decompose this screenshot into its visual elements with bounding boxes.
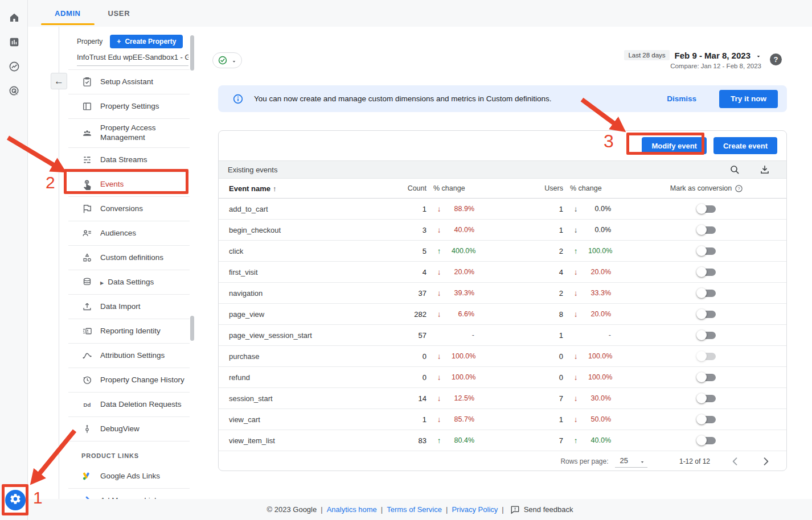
next-page-icon[interactable] — [760, 456, 772, 467]
property-selector[interactable]: InfoTrust Edu wpEE-Sandbox1 - GA4 (2... — [77, 53, 188, 66]
sidebar-item-reporting-identity[interactable]: Reporting Identity — [68, 319, 190, 344]
sidebar-item-debugview[interactable]: DebugView — [68, 417, 190, 441]
sidebar-item-data-deletion-requests[interactable]: DdData Deletion Requests — [68, 393, 190, 417]
date-range-picker[interactable]: Last 28 days Feb 9 - Mar 8, 2023 Compare… — [624, 50, 761, 69]
mark-as-conversion-toggle[interactable] — [696, 329, 717, 341]
sidebar-item-property-settings[interactable]: Property Settings — [68, 94, 190, 119]
mark-as-conversion-toggle[interactable] — [696, 224, 717, 236]
header-users-change[interactable]: % change — [563, 184, 611, 192]
ga4-admin-screen: ADMIN USER ← Property +Create Property I… — [0, 0, 812, 520]
dismiss-button[interactable]: Dismiss — [667, 94, 696, 103]
event-name: navigation — [229, 289, 387, 298]
previous-page-icon[interactable] — [729, 456, 741, 467]
sidebar-item-property-access-management[interactable]: Property Access Management — [68, 119, 190, 148]
rows-per-page-select[interactable]: 25 — [615, 455, 647, 468]
table-body: add_to_cart1↓88.9%1↓0.0%begin_checkout3↓… — [219, 199, 786, 451]
header-count[interactable]: Count — [387, 184, 426, 192]
sidebar-scrollbar-thumb[interactable] — [190, 35, 194, 71]
sidebar-item-google-ads-links[interactable]: Google Ads Links — [68, 464, 190, 489]
table-row: session_start14↓12.5%7↓30.0% — [219, 388, 786, 409]
sort-ascending-icon: ↑ — [273, 184, 277, 193]
gear-icon — [9, 493, 22, 507]
event-users: 1 — [531, 205, 563, 213]
users-change-arrow-icon: ↓ — [563, 394, 588, 403]
help-icon[interactable]: ? — [770, 53, 782, 65]
sidebar-item-setup-assistant[interactable]: Setup Assistant — [68, 70, 190, 94]
users-change-arrow-icon: ↓ — [563, 268, 588, 276]
privacy-policy-link[interactable]: Privacy Policy — [452, 505, 498, 514]
mark-as-conversion-toggle[interactable] — [696, 350, 717, 362]
setup-assistant-icon — [81, 76, 93, 88]
home-icon — [8, 11, 20, 24]
table-row: begin_checkout3↓40.0%1↓0.0% — [219, 220, 786, 241]
send-feedback[interactable]: Send feedback — [524, 505, 573, 514]
download-icon[interactable] — [759, 164, 770, 175]
admin-nav-button[interactable] — [5, 490, 26, 510]
sidebar-item-attribution-settings[interactable]: Attribution Settings — [68, 344, 190, 368]
debugview-icon — [81, 423, 93, 435]
count-change-arrow-icon: ↓ — [426, 268, 452, 276]
table-row: add_to_cart1↓88.9%1↓0.0% — [219, 199, 786, 220]
question-circle-icon[interactable]: ? — [735, 184, 743, 193]
try-it-now-button[interactable]: Try it now — [719, 90, 778, 108]
collapse-account-column-button[interactable]: ← — [51, 73, 67, 89]
terms-of-service-link[interactable]: Terms of Service — [387, 505, 442, 514]
search-icon[interactable] — [729, 164, 740, 175]
sidebar-item-custom-definitions[interactable]: Custom definitions — [68, 246, 190, 270]
mark-as-conversion-toggle[interactable] — [696, 203, 717, 214]
header-event-name[interactable]: Event name↑ — [229, 184, 387, 193]
property-settings-icon — [81, 101, 93, 112]
count-change: 85.7% — [452, 415, 474, 423]
users-change: 40.0% — [588, 436, 611, 444]
mark-as-conversion-toggle[interactable] — [696, 245, 717, 257]
mark-as-conversion-toggle[interactable] — [696, 435, 717, 446]
mark-as-conversion-toggle[interactable] — [696, 287, 717, 299]
collection-status-pill[interactable] — [212, 52, 242, 68]
event-count: 0 — [387, 373, 426, 382]
users-change: 100.0% — [588, 352, 611, 360]
sidebar-item-data-streams[interactable]: Data Streams — [68, 148, 190, 172]
mark-as-conversion-toggle[interactable] — [696, 372, 717, 383]
event-name: session_start — [229, 394, 387, 403]
sidebar-item-conversions[interactable]: Conversions — [68, 197, 190, 221]
sidebar-item-events[interactable]: Events — [68, 172, 190, 197]
sidebar-scrollbar-thumb-lower[interactable] — [190, 316, 194, 341]
table-row: view_cart1↓85.7%1↓50.0% — [219, 409, 786, 430]
rail-home-button[interactable] — [0, 5, 28, 30]
property-access-icon — [81, 127, 93, 139]
date-caret-icon — [756, 52, 761, 58]
custom-definitions-icon — [81, 252, 93, 263]
users-change-arrow-icon: ↓ — [563, 205, 588, 213]
sidebar-item-data-import[interactable]: Data Import — [68, 295, 190, 319]
header-users[interactable]: Users — [531, 184, 563, 192]
tab-admin[interactable]: ADMIN — [41, 0, 95, 27]
event-count: 57 — [387, 331, 426, 340]
rail-advertising-button[interactable] — [0, 79, 28, 103]
count-change-arrow-icon: ↓ — [426, 310, 452, 319]
header-count-change[interactable]: % change — [426, 184, 474, 192]
count-change-arrow-icon: ↓ — [426, 373, 452, 382]
create-event-button[interactable]: Create event — [713, 137, 777, 154]
event-users: 1 — [531, 226, 563, 234]
sidebar-item-audiences[interactable]: Audiences — [68, 221, 190, 246]
mark-as-conversion-toggle[interactable] — [696, 266, 717, 278]
chevron-down-icon — [231, 57, 237, 63]
sidebar-item-property-change-history[interactable]: Property Change History — [68, 368, 190, 393]
rail-reports-button[interactable] — [0, 30, 28, 54]
sidebar-item-ad-manager-links[interactable]: Ad Manager Links — [68, 489, 190, 499]
tab-user[interactable]: USER — [95, 0, 144, 27]
mark-as-conversion-toggle[interactable] — [696, 393, 717, 404]
explore-icon — [8, 60, 20, 73]
create-property-button[interactable]: +Create Property — [110, 35, 183, 48]
mark-as-conversion-toggle[interactable] — [696, 308, 717, 320]
count-change: - — [452, 331, 474, 339]
mark-as-conversion-toggle[interactable] — [696, 414, 717, 425]
analytics-home-link[interactable]: Analytics home — [327, 505, 377, 514]
rail-explore-button[interactable] — [0, 54, 28, 79]
event-users: 4 — [531, 268, 563, 276]
banner-message: You can now create and manage custom dim… — [254, 94, 667, 103]
sidebar-item-data-settings[interactable]: ▶Data Settings — [68, 270, 190, 295]
modify-event-button[interactable]: Modify event — [642, 137, 706, 154]
svg-text:?: ? — [738, 186, 740, 191]
data-deletion-icon: Dd — [81, 399, 93, 410]
